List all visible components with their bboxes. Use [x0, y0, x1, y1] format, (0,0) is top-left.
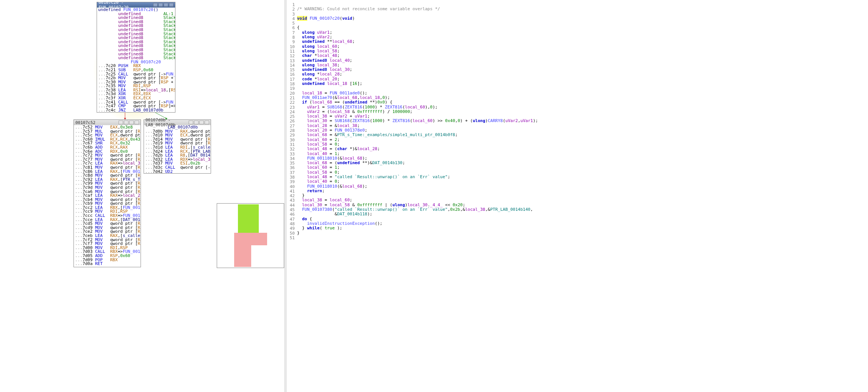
block-icon-min[interactable]	[158, 3, 163, 7]
block-icon-min[interactable]	[194, 121, 199, 124]
block-icon-edit[interactable]	[119, 121, 123, 124]
graph-view-pane: 00107c20 - FUN_00107c20 undefined FUN_00…	[0, 0, 285, 392]
block-icon-min[interactable]	[124, 121, 128, 124]
graph-minimap[interactable]	[217, 203, 284, 268]
block-titlebar-right[interactable]: 00107d0b - LAB_00107d0b	[144, 120, 211, 125]
decompiler-pane: 1234567891011121314151617181920212223242…	[286, 0, 868, 392]
line-number-gutter: 1234567891011121314151617181920212223242…	[286, 0, 297, 392]
block-body-left[interactable]: ...7c52 MOV EAX,0x3e8...7c57 MUL qword p…	[74, 125, 141, 267]
block-icon-close[interactable]	[205, 121, 209, 124]
block-body-main[interactable]: undefined FUN_00107c20() undefined AL:1 …	[97, 8, 175, 113]
block-icon-edit[interactable]	[189, 121, 193, 124]
block-icon-max[interactable]	[164, 3, 168, 7]
block-titlebar-main[interactable]: 00107c20 - FUN_00107c20	[97, 2, 175, 8]
minimap-node	[251, 233, 267, 245]
block-icon-close[interactable]	[135, 121, 139, 124]
block-title: 00107c52	[75, 120, 95, 125]
asm-block-right[interactable]: 00107d0b - LAB_00107d0b LAB_00107d0b...7…	[144, 119, 211, 174]
block-titlebar-left[interactable]: 00107c52	[74, 120, 141, 125]
block-icon-edit[interactable]	[153, 3, 158, 7]
block-icon-close[interactable]	[169, 3, 174, 7]
block-icon-max[interactable]	[129, 121, 134, 124]
asm-block-main[interactable]: 00107c20 - FUN_00107c20 undefined FUN_00…	[97, 2, 175, 113]
block-body-right[interactable]: LAB_00107d0b...7d0b MOV RAX,qword ptr [R…	[144, 125, 211, 174]
minimap-node	[234, 233, 251, 267]
asm-block-left[interactable]: 00107c52 ...7c52 MOV EAX,0x3e8...7c57 MU…	[74, 119, 141, 267]
block-icon-max[interactable]	[199, 121, 204, 124]
minimap-node	[238, 204, 259, 233]
decompiled-code[interactable]: /* WARNING: Could not reconcile some var…	[297, 0, 868, 392]
